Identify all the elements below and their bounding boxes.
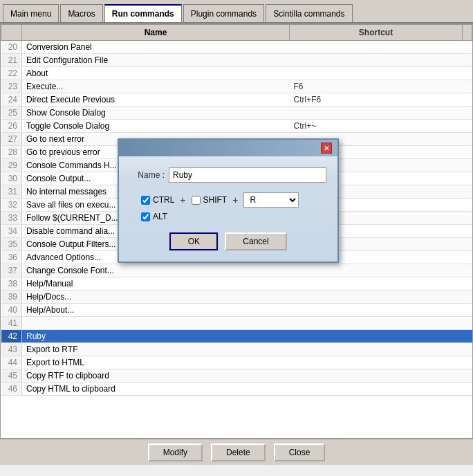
modal-titlebar: ✕ [119, 140, 337, 156]
alt-checkbox[interactable] [141, 212, 150, 221]
cancel-button[interactable]: Cancel [225, 232, 286, 250]
modal-overlay: ✕ Name : CTRL + SHIFT + RABCDEFGHIJKLMNO… [0, 0, 473, 476]
plus-sign-1: + [180, 194, 185, 205]
shift-checkbox[interactable] [192, 196, 201, 205]
key-select[interactable]: RABCDEFGHIJKLMNOPQSTUVWXYZ [243, 192, 299, 208]
modal-body: Name : CTRL + SHIFT + RABCDEFGHIJKLMNOPQ… [119, 156, 337, 262]
shift-label: SHIFT [203, 195, 228, 205]
name-field-label: Name : [130, 170, 165, 180]
alt-row: ALT [130, 212, 326, 221]
name-row: Name : [130, 167, 326, 183]
alt-label: ALT [153, 212, 167, 221]
modal-button-row: OK Cancel [130, 232, 326, 250]
ok-button[interactable]: OK [169, 232, 218, 250]
plus-sign-2: + [232, 194, 238, 205]
shortcut-modifier-row: CTRL + SHIFT + RABCDEFGHIJKLMNOPQSTUVWXY… [130, 192, 326, 208]
modal-close-button[interactable]: ✕ [321, 143, 332, 154]
shortcut-dialog: ✕ Name : CTRL + SHIFT + RABCDEFGHIJKLMNO… [118, 138, 339, 263]
name-input[interactable] [169, 167, 326, 183]
ctrl-checkbox[interactable] [141, 196, 150, 205]
ctrl-label: CTRL [153, 195, 174, 205]
